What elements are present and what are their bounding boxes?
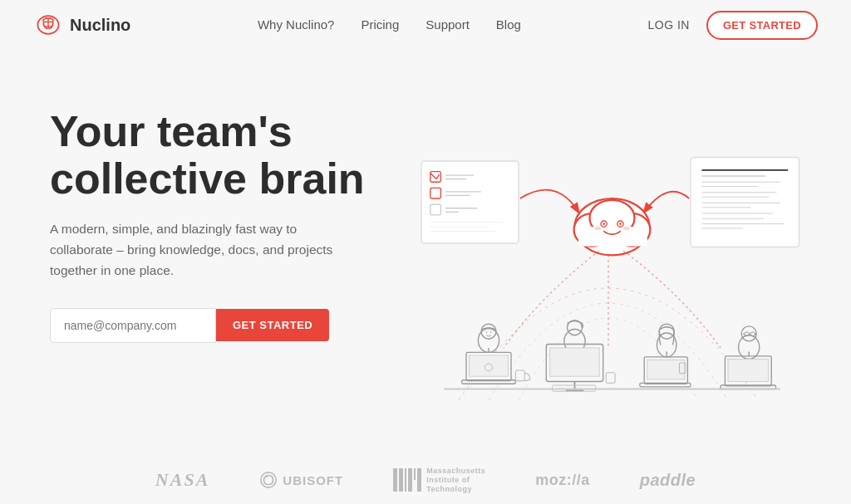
svg-rect-51 [462,380,516,384]
email-input[interactable] [50,308,216,343]
svg-point-82 [266,475,268,477]
svg-rect-87 [414,468,416,480]
svg-rect-83 [393,468,397,492]
logo-mozilla: moz://a [535,472,590,489]
main-content: Your team's collective brain A modern, s… [0,50,851,457]
svg-rect-49 [470,355,509,376]
mit-text-line1: Massachusetts [426,467,485,476]
svg-rect-85 [405,468,406,492]
logo-ubisoft: UBISOFT [259,471,343,489]
mit-bars-icon [393,468,421,492]
nav-link-why-nuclino[interactable]: Why Nuclino? [258,17,335,32]
svg-point-41 [619,223,622,225]
nav-right: LOG IN GET STARTED [647,11,818,40]
logo-paddle: paddle [640,471,696,490]
mozilla-text: moz://a [535,472,590,489]
mit-text-line2: Institute of [426,476,485,485]
svg-rect-66 [640,383,691,387]
svg-rect-84 [399,468,403,492]
mit-text-line3: Technology [426,485,485,494]
hero-title: Your team's collective brain [50,108,399,203]
nav-link-pricing[interactable]: Pricing [361,17,399,32]
paddle-text: paddle [640,471,696,490]
svg-rect-61 [606,373,615,384]
hero-form: GET STARTED [50,308,399,343]
hero-illustration [399,83,818,448]
ubisoft-spiral-icon [259,471,278,489]
logos-section: NASA UBISOFT Massachusetts Institute of … [0,457,851,503]
svg-point-43 [623,227,629,231]
svg-rect-77 [728,360,769,382]
hero-get-started-button[interactable]: GET STARTED [216,309,329,341]
nav-get-started-button[interactable]: GET STARTED [706,11,818,40]
nav-link-support[interactable]: Support [426,17,470,32]
navbar: Nuclino Why Nuclino? Pricing Support Blo… [0,0,851,50]
nav-links: Why Nuclino? Pricing Support Blog [258,17,521,32]
svg-point-42 [595,227,601,231]
logo-text: Nuclino [70,16,130,35]
nasa-text: NASA [155,469,209,491]
logo[interactable]: Nuclino [33,10,130,40]
logo-nasa: NASA [155,469,209,491]
hero-svg [399,83,818,448]
login-button[interactable]: LOG IN [647,18,689,32]
logo-mit: Massachusetts Institute of Technology [393,467,485,493]
svg-rect-57 [550,348,599,376]
svg-rect-88 [417,468,421,492]
hero-left: Your team's collective brain A modern, s… [50,83,399,343]
hero-subtitle: A modern, simple, and blazingly fast way… [50,219,349,281]
svg-rect-53 [515,370,524,381]
brain-logo-icon [33,10,63,40]
svg-rect-86 [408,468,412,492]
nav-link-blog[interactable]: Blog [496,17,521,32]
svg-point-81 [261,472,276,487]
svg-point-40 [603,223,605,225]
ubisoft-text: UBISOFT [283,473,343,487]
